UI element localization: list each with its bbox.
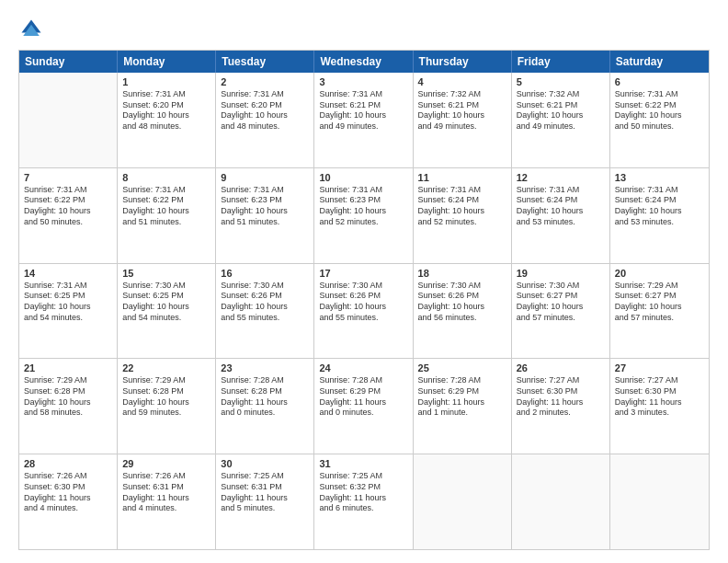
cell-info-line: and 58 minutes. — [24, 408, 112, 419]
cell-info-line: and 0 minutes. — [221, 408, 309, 419]
calendar-cell-5-2: 29Sunrise: 7:26 AMSunset: 6:31 PMDayligh… — [118, 454, 216, 549]
day-number: 13 — [615, 172, 704, 183]
header-day-wednesday: Wednesday — [314, 51, 413, 73]
cell-info-line: and 49 minutes. — [418, 121, 506, 132]
cell-info-line: Daylight: 10 hours — [319, 206, 407, 217]
calendar-cell-4-6: 26Sunrise: 7:27 AMSunset: 6:30 PMDayligh… — [512, 359, 610, 454]
calendar-cell-3-6: 19Sunrise: 7:30 AMSunset: 6:27 PMDayligh… — [512, 264, 610, 359]
calendar-cell-1-5: 4Sunrise: 7:32 AMSunset: 6:21 PMDaylight… — [414, 73, 512, 167]
cell-info-line: Sunrise: 7:31 AM — [24, 185, 112, 196]
calendar-body: 1Sunrise: 7:31 AMSunset: 6:20 PMDaylight… — [19, 73, 709, 549]
calendar-week-3: 14Sunrise: 7:31 AMSunset: 6:25 PMDayligh… — [19, 263, 709, 359]
cell-info-line: Sunrise: 7:31 AM — [517, 185, 605, 196]
calendar-cell-5-3: 30Sunrise: 7:25 AMSunset: 6:31 PMDayligh… — [216, 454, 314, 549]
cell-info-line: Sunset: 6:27 PM — [517, 291, 605, 302]
cell-info-line: Sunset: 6:21 PM — [517, 100, 605, 111]
cell-info-line: Sunset: 6:30 PM — [24, 482, 112, 493]
cell-info-line: Sunset: 6:24 PM — [517, 195, 605, 206]
cell-info-line: and 4 minutes. — [24, 503, 112, 514]
day-number: 3 — [319, 76, 407, 87]
page: SundayMondayTuesdayWednesdayThursdayFrid… — [0, 0, 728, 563]
cell-info-line: Sunset: 6:30 PM — [517, 386, 605, 397]
cell-info-line: and 54 minutes. — [122, 313, 210, 324]
cell-info-line: and 57 minutes. — [615, 313, 704, 324]
cell-info-line: Sunrise: 7:31 AM — [122, 89, 210, 100]
cell-info-line: and 52 minutes. — [418, 217, 506, 228]
cell-info-line: Daylight: 10 hours — [221, 302, 309, 313]
calendar-cell-3-4: 17Sunrise: 7:30 AMSunset: 6:26 PMDayligh… — [314, 264, 413, 359]
cell-info-line: and 51 minutes. — [122, 217, 210, 228]
cell-info-line: Sunrise: 7:28 AM — [221, 375, 309, 386]
day-number: 28 — [24, 458, 112, 469]
cell-info-line: and 57 minutes. — [517, 313, 605, 324]
cell-info-line: Sunset: 6:21 PM — [418, 100, 506, 111]
calendar-cell-4-4: 24Sunrise: 7:28 AMSunset: 6:29 PMDayligh… — [314, 359, 413, 454]
cell-info-line: and 0 minutes. — [319, 408, 407, 419]
header-day-thursday: Thursday — [414, 51, 512, 73]
header-day-sunday: Sunday — [19, 51, 118, 73]
cell-info-line: and 52 minutes. — [319, 217, 407, 228]
day-number: 23 — [221, 362, 309, 373]
day-number: 11 — [418, 172, 506, 183]
cell-info-line: Sunset: 6:23 PM — [221, 195, 309, 206]
header-day-monday: Monday — [118, 51, 216, 73]
cell-info-line: and 49 minutes. — [319, 121, 407, 132]
day-number: 27 — [615, 362, 704, 373]
cell-info-line: Sunset: 6:29 PM — [319, 386, 407, 397]
cell-info-line: Daylight: 10 hours — [24, 397, 112, 408]
cell-info-line: and 59 minutes. — [122, 408, 210, 419]
cell-info-line: Sunset: 6:28 PM — [221, 386, 309, 397]
cell-info-line: Sunrise: 7:29 AM — [615, 281, 704, 292]
calendar-week-5: 28Sunrise: 7:26 AMSunset: 6:30 PMDayligh… — [19, 454, 709, 549]
cell-info-line: Sunset: 6:26 PM — [418, 291, 506, 302]
cell-info-line: Sunset: 6:26 PM — [319, 291, 407, 302]
cell-info-line: and 54 minutes. — [24, 313, 112, 324]
cell-info-line: Daylight: 11 hours — [319, 493, 407, 504]
cell-info-line: Sunrise: 7:26 AM — [24, 471, 112, 482]
cell-info-line: Daylight: 10 hours — [615, 110, 704, 121]
day-number: 9 — [221, 172, 309, 183]
cell-info-line: Daylight: 10 hours — [319, 302, 407, 313]
cell-info-line: Sunset: 6:25 PM — [24, 291, 112, 302]
cell-info-line: Sunrise: 7:30 AM — [517, 281, 605, 292]
cell-info-line: Sunset: 6:25 PM — [122, 291, 210, 302]
calendar: SundayMondayTuesdayWednesdayThursdayFrid… — [18, 50, 710, 550]
day-number: 15 — [122, 268, 210, 279]
cell-info-line: and 50 minutes. — [24, 217, 112, 228]
cell-info-line: Sunrise: 7:31 AM — [122, 185, 210, 196]
day-number: 4 — [418, 76, 506, 87]
day-number: 16 — [221, 268, 309, 279]
day-number: 5 — [517, 76, 605, 87]
cell-info-line: Sunrise: 7:31 AM — [221, 89, 309, 100]
cell-info-line: and 6 minutes. — [319, 503, 407, 514]
cell-info-line: and 53 minutes. — [615, 217, 704, 228]
day-number: 1 — [122, 76, 210, 87]
day-number: 21 — [24, 362, 112, 373]
cell-info-line: and 1 minute. — [418, 408, 506, 419]
cell-info-line: and 2 minutes. — [517, 408, 605, 419]
cell-info-line: Sunset: 6:24 PM — [418, 195, 506, 206]
cell-info-line: Daylight: 10 hours — [319, 110, 407, 121]
cell-info-line: Sunrise: 7:25 AM — [221, 471, 309, 482]
cell-info-line: Daylight: 10 hours — [221, 206, 309, 217]
day-number: 7 — [24, 172, 112, 183]
calendar-cell-3-3: 16Sunrise: 7:30 AMSunset: 6:26 PMDayligh… — [216, 264, 314, 359]
cell-info-line: Sunrise: 7:30 AM — [319, 281, 407, 292]
cell-info-line: Sunrise: 7:26 AM — [122, 471, 210, 482]
cell-info-line: Sunset: 6:28 PM — [122, 386, 210, 397]
calendar-cell-2-1: 7Sunrise: 7:31 AMSunset: 6:22 PMDaylight… — [19, 168, 118, 263]
cell-info-line: Sunrise: 7:30 AM — [122, 281, 210, 292]
cell-info-line: Sunset: 6:22 PM — [615, 100, 704, 111]
cell-info-line: Sunrise: 7:31 AM — [615, 185, 704, 196]
calendar-cell-3-2: 15Sunrise: 7:30 AMSunset: 6:25 PMDayligh… — [118, 264, 216, 359]
calendar-cell-3-1: 14Sunrise: 7:31 AMSunset: 6:25 PMDayligh… — [19, 264, 118, 359]
cell-info-line: Sunrise: 7:30 AM — [418, 281, 506, 292]
logo — [18, 17, 48, 42]
cell-info-line: Sunset: 6:30 PM — [615, 386, 704, 397]
header-day-tuesday: Tuesday — [216, 51, 314, 73]
cell-info-line: and 55 minutes. — [221, 313, 309, 324]
calendar-cell-4-5: 25Sunrise: 7:28 AMSunset: 6:29 PMDayligh… — [414, 359, 512, 454]
day-number: 12 — [517, 172, 605, 183]
calendar-cell-2-2: 8Sunrise: 7:31 AMSunset: 6:22 PMDaylight… — [118, 168, 216, 263]
calendar-cell-5-1: 28Sunrise: 7:26 AMSunset: 6:30 PMDayligh… — [19, 454, 118, 549]
